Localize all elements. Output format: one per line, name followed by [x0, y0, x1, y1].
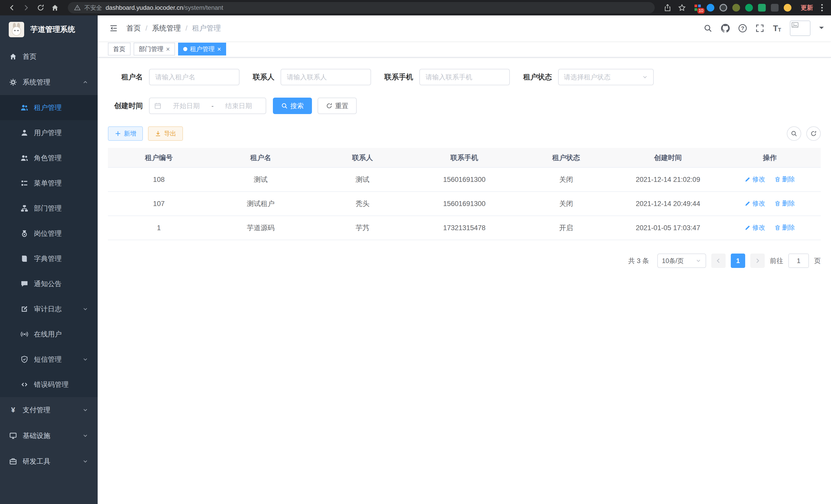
sidebar-item-dept[interactable]: 部门管理 — [0, 196, 98, 221]
goto-label: 前往 — [770, 256, 783, 265]
sidebar-item-system[interactable]: 系统管理 — [0, 69, 98, 95]
delete-link[interactable]: 删除 — [774, 199, 795, 208]
browser-back-button[interactable] — [5, 1, 19, 14]
tag-home[interactable]: 首页 — [108, 42, 131, 56]
cell-phone: 15601691300 — [413, 168, 515, 191]
contact-input[interactable] — [281, 69, 371, 85]
next-page-button[interactable] — [750, 254, 765, 268]
edit-link[interactable]: 修改 — [745, 175, 765, 183]
delete-label: 删除 — [782, 175, 795, 183]
prev-page-button[interactable] — [711, 254, 726, 268]
end-date-placeholder: 结束日期 — [216, 101, 261, 111]
search-button[interactable]: 搜索 — [273, 98, 312, 114]
close-icon[interactable]: × — [166, 46, 170, 52]
address-bar[interactable]: 不安全 dashboard.yudao.iocoder.cn/system/te… — [68, 2, 655, 13]
active-tag-dot — [183, 47, 187, 51]
cell-tenant-name: 芋道源码 — [210, 216, 311, 240]
sidebar-item-label: 支付管理 — [23, 405, 77, 415]
table-row: 107 测试租户 秃头 15601691300 关闭 2021-12-14 20… — [108, 191, 821, 216]
search-icon[interactable] — [704, 24, 712, 33]
date-range-picker[interactable]: 开始日期 - 结束日期 — [149, 98, 266, 114]
fold-menu-icon — [109, 24, 118, 33]
extension-icon-dark-ring[interactable] — [719, 4, 727, 11]
browser-reload-button[interactable] — [34, 1, 47, 14]
tenant-name-input[interactable] — [149, 69, 239, 85]
avatar[interactable] — [790, 21, 810, 36]
goto-page-input[interactable] — [789, 254, 809, 268]
rabbit-logo-icon — [9, 22, 24, 37]
close-icon[interactable]: × — [217, 46, 221, 52]
column-header: 创建时间 — [617, 148, 719, 168]
chevron-down-icon — [642, 74, 648, 80]
extension-grid-icon[interactable]: 10 — [694, 4, 701, 11]
sidebar-item-online-users[interactable]: 在线用户 — [0, 322, 98, 347]
browser-forward-button[interactable] — [20, 1, 33, 14]
browser-profile-avatar[interactable] — [784, 4, 792, 11]
delete-link[interactable]: 删除 — [774, 223, 795, 232]
sidebar-item-role[interactable]: 角色管理 — [0, 145, 98, 171]
sidebar-item-sms[interactable]: 短信管理 — [0, 347, 98, 372]
status-select[interactable]: 请选择租户状态 — [558, 69, 654, 85]
breadcrumb-system[interactable]: 系统管理 — [152, 23, 181, 33]
sidebar-item-post[interactable]: 岗位管理 — [0, 221, 98, 246]
add-button[interactable]: 新增 — [108, 126, 143, 141]
sidebar-item-payment[interactable]: ¥ 支付管理 — [0, 397, 98, 423]
edit-link[interactable]: 修改 — [745, 199, 765, 208]
chevron-down-icon — [82, 356, 88, 362]
browser-home-button[interactable] — [48, 1, 62, 14]
cell-created: 2021-12-14 20:49:44 — [617, 191, 719, 216]
cell-tenant-id: 107 — [108, 191, 210, 216]
reset-button[interactable]: 重置 — [318, 98, 357, 114]
cell-status: 关闭 — [515, 191, 617, 216]
page-size-select[interactable]: 10条/页 — [657, 254, 706, 268]
edit-link[interactable]: 修改 — [745, 223, 765, 232]
github-icon[interactable] — [721, 24, 730, 33]
chevron-right-icon — [754, 258, 761, 264]
delete-link[interactable]: 删除 — [774, 175, 795, 183]
filter-row-2: 创建时间 开始日期 - 结束日期 搜索 — [108, 98, 821, 114]
trash-icon — [774, 225, 781, 231]
phone-input[interactable] — [419, 69, 510, 85]
sidebar-item-home[interactable]: 首页 — [0, 44, 98, 69]
extension-icon-green-circle[interactable] — [745, 4, 753, 11]
tag-tenant-active[interactable]: 租户管理 × — [178, 42, 226, 56]
logo[interactable]: 芋道管理系统 — [0, 16, 98, 44]
sidebar-item-infra[interactable]: 基础设施 — [0, 423, 98, 448]
extension-icon-blue[interactable] — [707, 4, 714, 11]
breadcrumb-separator: / — [185, 24, 188, 32]
edit-icon — [745, 176, 751, 182]
extension-icon-green-square[interactable] — [758, 4, 766, 11]
sidebar-item-dict[interactable]: 字典管理 — [0, 246, 98, 271]
sidebar-item-menu[interactable]: 菜单管理 — [0, 171, 98, 196]
sidebar-item-notice[interactable]: 通知公告 — [0, 271, 98, 296]
star-icon — [678, 4, 686, 11]
bookmark-button[interactable] — [675, 1, 689, 14]
browser-update-button[interactable]: 更新 — [801, 4, 813, 12]
sidebar-item-label: 部门管理 — [34, 204, 88, 213]
sidebar-item-user[interactable]: 用户管理 — [0, 120, 98, 145]
chevron-down-icon[interactable] — [819, 27, 824, 31]
collapse-sidebar-button[interactable] — [105, 20, 122, 37]
export-button[interactable]: 导出 — [148, 126, 183, 141]
fullscreen-icon[interactable] — [755, 24, 764, 33]
sidebar-item-error-code[interactable]: 错误码管理 — [0, 372, 98, 397]
extension-icon-olive[interactable] — [732, 4, 740, 11]
toggle-search-button[interactable] — [787, 126, 801, 141]
font-size-icon[interactable]: TT — [773, 24, 781, 32]
sidebar-item-tenant[interactable]: 租户管理 — [0, 95, 98, 120]
help-icon[interactable]: ? — [739, 24, 747, 32]
edit-label: 修改 — [752, 223, 765, 232]
page-content: 租户名 联系人 联系手机 租户状态 请选择租户状态 — [98, 58, 831, 504]
sidebar-item-audit-log[interactable]: 审计日志 — [0, 296, 98, 322]
filter-create-time: 创建时间 开始日期 - 结束日期 — [108, 98, 266, 114]
tag-dept[interactable]: 部门管理 × — [134, 42, 175, 56]
breadcrumb-home[interactable]: 首页 — [126, 23, 141, 33]
page-1-button[interactable]: 1 — [731, 254, 745, 268]
navbar-actions: ? TT — [704, 21, 824, 36]
extension-icon-puzzle[interactable] — [771, 4, 779, 11]
browser-menu-icon[interactable] — [821, 4, 823, 11]
reload-icon — [37, 4, 45, 11]
sidebar-item-dev-tools[interactable]: 研发工具 — [0, 448, 98, 474]
refresh-table-button[interactable] — [806, 126, 821, 141]
share-button[interactable] — [661, 1, 674, 14]
